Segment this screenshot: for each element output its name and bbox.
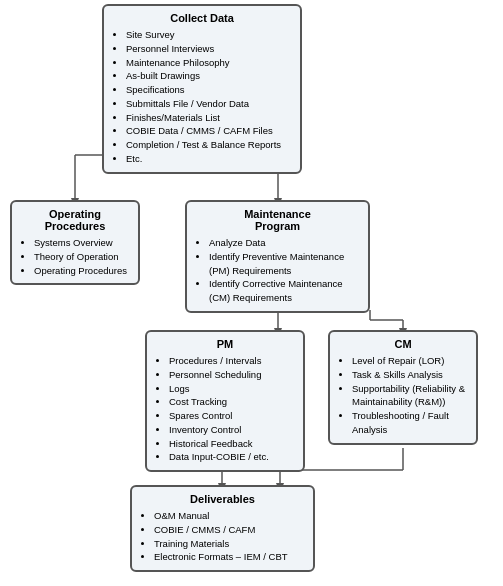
deliverables-box: Deliverables O&M ManualCOBIE / CMMS / CA…	[130, 485, 315, 572]
cm-title: CM	[338, 338, 468, 350]
list-item: Site Survey	[126, 28, 292, 42]
list-item: As-built Drawings	[126, 69, 292, 83]
list-item: Inventory Control	[169, 423, 295, 437]
list-item: Completion / Test & Balance Reports	[126, 138, 292, 152]
collect-data-title: Collect Data	[112, 12, 292, 24]
cm-box: CM Level of Repair (LOR)Task & Skills An…	[328, 330, 478, 445]
list-item: Systems Overview	[34, 236, 130, 250]
diagram: Collect Data Site SurveyPersonnel Interv…	[0, 0, 503, 586]
list-item: Logs	[169, 382, 295, 396]
list-item: Identify Preventive Maintenance (PM) Req…	[209, 250, 360, 278]
pm-title: PM	[155, 338, 295, 350]
maintenance-program-box: MaintenanceProgram Analyze DataIdentify …	[185, 200, 370, 313]
list-item: Analyze Data	[209, 236, 360, 250]
list-item: COBIE / CMMS / CAFM	[154, 523, 305, 537]
maintenance-program-list: Analyze DataIdentify Preventive Maintena…	[195, 236, 360, 305]
list-item: Task & Skills Analysis	[352, 368, 468, 382]
list-item: Operating Procedures	[34, 264, 130, 278]
collect-data-box: Collect Data Site SurveyPersonnel Interv…	[102, 4, 302, 174]
list-item: Identify Corrective Maintenance (CM) Req…	[209, 277, 360, 305]
pm-list: Procedures / IntervalsPersonnel Scheduli…	[155, 354, 295, 464]
list-item: Troubleshooting / Fault Analysis	[352, 409, 468, 437]
list-item: COBIE Data / CMMS / CAFM Files	[126, 124, 292, 138]
operating-procedures-box: OperatingProcedures Systems OverviewTheo…	[10, 200, 140, 285]
list-item: Historical Feedback	[169, 437, 295, 451]
deliverables-title: Deliverables	[140, 493, 305, 505]
list-item: Cost Tracking	[169, 395, 295, 409]
pm-box: PM Procedures / IntervalsPersonnel Sched…	[145, 330, 305, 472]
operating-procedures-title: OperatingProcedures	[20, 208, 130, 232]
list-item: Personnel Scheduling	[169, 368, 295, 382]
list-item: Finishes/Materials List	[126, 111, 292, 125]
list-item: Supportability (Reliability & Maintainab…	[352, 382, 468, 410]
cm-list: Level of Repair (LOR)Task & Skills Analy…	[338, 354, 468, 437]
list-item: Procedures / Intervals	[169, 354, 295, 368]
maintenance-program-title: MaintenanceProgram	[195, 208, 360, 232]
list-item: Level of Repair (LOR)	[352, 354, 468, 368]
list-item: Theory of Operation	[34, 250, 130, 264]
list-item: Submittals File / Vendor Data	[126, 97, 292, 111]
list-item: Personnel Interviews	[126, 42, 292, 56]
list-item: Maintenance Philosophy	[126, 56, 292, 70]
operating-procedures-list: Systems OverviewTheory of OperationOpera…	[20, 236, 130, 277]
list-item: Specifications	[126, 83, 292, 97]
list-item: Etc.	[126, 152, 292, 166]
collect-data-list: Site SurveyPersonnel InterviewsMaintenan…	[112, 28, 292, 166]
list-item: O&M Manual	[154, 509, 305, 523]
deliverables-list: O&M ManualCOBIE / CMMS / CAFMTraining Ma…	[140, 509, 305, 564]
list-item: Training Materials	[154, 537, 305, 551]
list-item: Spares Control	[169, 409, 295, 423]
list-item: Data Input-COBIE / etc.	[169, 450, 295, 464]
list-item: Electronic Formats – IEM / CBT	[154, 550, 305, 564]
